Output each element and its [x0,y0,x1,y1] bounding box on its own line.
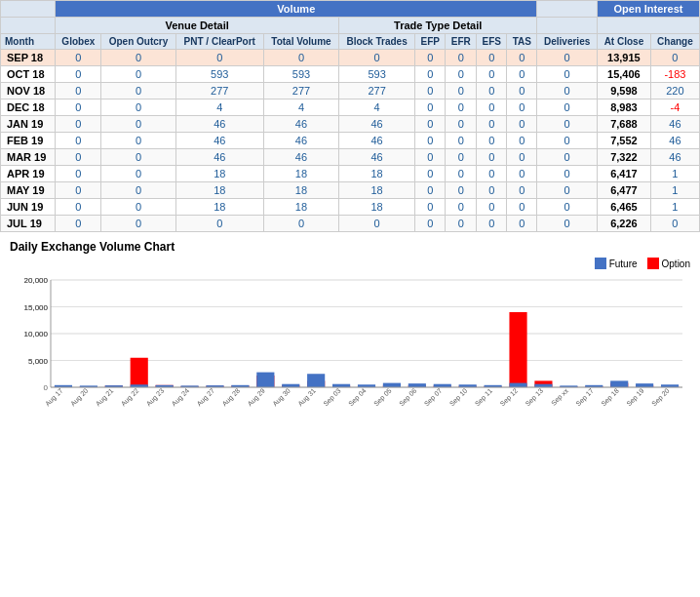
cell-deliveries: 0 [537,182,598,199]
svg-text:Sep 17: Sep 17 [574,387,595,408]
cell-tas: 0 [507,216,537,232]
bar-future [636,383,653,387]
cell-globex: 0 [56,149,101,166]
cell-tas: 0 [507,166,537,182]
col-total-volume: Total Volume [263,34,338,50]
cell-deliveries: 0 [537,116,598,133]
cell-efr: 0 [446,149,477,166]
cell-total-vol: 0 [263,50,338,66]
cell-tas: 0 [507,50,537,66]
cell-tas: 0 [507,100,537,116]
cell-change: 220 [650,83,699,100]
table-row: SEP 18 0 0 0 0 0 0 0 0 0 0 13,915 0 [1,50,700,66]
cell-change: -4 [650,100,699,116]
cell-efr: 0 [446,133,477,149]
cell-globex: 0 [56,83,101,100]
bar-future [509,383,526,387]
col-block-trades: Block Trades [339,34,415,50]
open-interest-header: Open Interest [598,1,700,18]
cell-open-outcry: 0 [101,199,175,216]
cell-block-trades: 4 [339,100,415,116]
cell-deliveries: 0 [537,216,598,232]
cell-pnt: 4 [175,100,263,116]
cell-block-trades: 0 [339,216,415,232]
cell-efp: 0 [415,182,446,199]
cell-at-close: 7,688 [598,116,651,133]
cell-total-vol: 46 [263,116,338,133]
cell-efp: 0 [415,116,446,133]
option-legend-label: Option [662,259,690,269]
cell-efs: 0 [477,116,507,133]
cell-at-close: 6,226 [598,216,651,232]
cell-month: NOV 18 [1,83,56,100]
cell-efp: 0 [415,216,446,232]
table-row: FEB 19 0 0 46 46 46 0 0 0 0 0 7,552 46 [1,133,700,149]
cell-efs: 0 [477,133,507,149]
cell-efs: 0 [477,100,507,116]
bar-future [307,374,325,387]
bar-future [256,373,274,387]
cell-tas: 0 [507,66,537,83]
svg-text:Aug 30: Aug 30 [271,387,292,408]
cell-efp: 0 [415,149,446,166]
cell-change: -183 [650,66,699,83]
bar-option [131,358,148,387]
cell-globex: 0 [56,100,101,116]
svg-text:Aug 22: Aug 22 [120,387,140,408]
cell-change: 46 [650,133,699,149]
cell-total-vol: 4 [263,100,338,116]
cell-pnt: 0 [175,50,263,66]
cell-change: 1 [650,166,699,182]
cell-efp: 0 [415,133,446,149]
cell-globex: 0 [56,166,101,182]
cell-change: 46 [650,149,699,166]
cell-open-outcry: 0 [101,166,175,182]
cell-globex: 0 [56,116,101,133]
cell-pnt: 18 [175,166,263,182]
cell-open-outcry: 0 [101,66,175,83]
svg-text:Sep 11: Sep 11 [474,387,494,408]
cell-total-vol: 593 [263,66,338,83]
cell-globex: 0 [56,66,101,83]
table-row: MAY 19 0 0 18 18 18 0 0 0 0 0 6,477 1 [1,182,700,199]
cell-efr: 0 [446,83,477,100]
svg-text:Sep 06: Sep 06 [398,387,418,408]
cell-open-outcry: 0 [101,216,175,232]
table-row: OCT 18 0 0 593 593 593 0 0 0 0 0 15,406 … [1,66,700,83]
cell-efr: 0 [446,182,477,199]
cell-efr: 0 [446,50,477,66]
col-globex: Globex [56,34,101,50]
svg-text:Sep 07: Sep 07 [423,387,444,408]
cell-block-trades: 46 [339,133,415,149]
cell-tas: 0 [507,116,537,133]
col-tas: TAS [507,34,537,50]
cell-pnt: 46 [175,133,263,149]
col-efp: EFP [415,34,446,50]
svg-text:5,000: 5,000 [28,357,49,366]
cell-deliveries: 0 [537,100,598,116]
svg-text:Sep 20: Sep 20 [650,387,671,408]
cell-total-vol: 46 [263,133,338,149]
cell-at-close: 7,322 [598,149,651,166]
cell-change: 0 [650,50,699,66]
trade-type-header: Trade Type Detail [339,18,537,34]
cell-at-close: 8,983 [598,100,651,116]
cell-pnt: 18 [175,199,263,216]
option-legend-box [647,258,659,269]
cell-open-outcry: 0 [101,182,175,199]
table-row: MAR 19 0 0 46 46 46 0 0 0 0 0 7,322 46 [1,149,700,166]
cell-tas: 0 [507,199,537,216]
col-efr: EFR [446,34,477,50]
cell-efs: 0 [477,149,507,166]
svg-text:Sep 04: Sep 04 [347,387,368,408]
svg-text:Sep 12: Sep 12 [499,387,520,408]
cell-tas: 0 [507,182,537,199]
cell-block-trades: 46 [339,116,415,133]
cell-total-vol: 18 [263,199,338,216]
cell-pnt: 0 [175,216,263,232]
svg-text:Sep 18: Sep 18 [600,387,620,408]
legend-future: Future [595,258,638,269]
cell-efp: 0 [415,66,446,83]
svg-text:Aug 27: Aug 27 [196,387,216,408]
bar-chart: 05,00010,00015,00020,00020,00015,00010,0… [10,275,690,414]
